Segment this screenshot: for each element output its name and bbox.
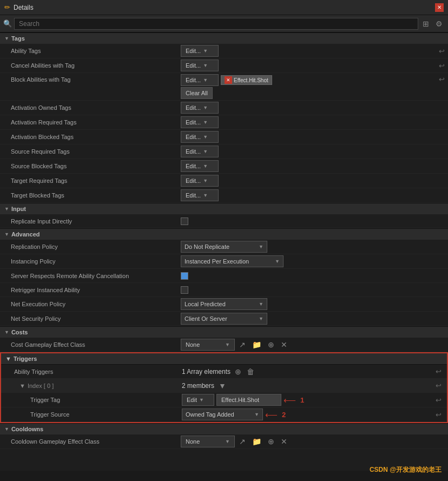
advanced-arrow-icon: ▼ [4,232,9,237]
target-blocked-tags-row: Target Blocked Tags Edit... ▼ [0,188,448,203]
panel-title: Details [14,4,435,11]
cost-clear-icon-btn[interactable]: ✕ [279,339,289,350]
cooldowns-section-header[interactable]: ▼ Cooldowns [0,423,448,434]
array-elements-text: 1 Array elements [182,368,230,375]
target-blocked-tags-label: Target Blocked Tags [0,192,179,199]
trigger-source-row: Trigger Source Owned Tag Added ▼ ⟵ 2 ↩ [1,407,447,422]
advanced-section-header[interactable]: ▼ Advanced [0,228,448,240]
activation-required-edit-btn[interactable]: Edit... ▼ [181,116,219,128]
cost-gameplay-value: None ▼ ↗ 📁 ⊕ ✕ [179,339,448,351]
block-abilities-undo-icon[interactable]: ↩ [438,74,446,84]
trigger-source-undo-icon[interactable]: ↩ [434,410,443,420]
index-expand-btn[interactable]: ▼ [218,380,227,391]
index-label: ▼ Index [ 0 ] [3,383,182,389]
block-abilities-edit-btn[interactable]: Edit... ▼ [181,74,219,86]
cost-gameplay-label: Cost Gameplay Effect Class [0,341,179,348]
cooldowns-section-label: Cooldowns [11,426,43,432]
ability-triggers-value: 1 Array elements ⊕ 🗑 [182,366,434,377]
chevron-down-icon: ▼ [203,134,208,140]
net-execution-dropdown[interactable]: Local Predicted ▼ [181,298,267,310]
cost-link-icon-btn[interactable]: ↗ [237,339,248,350]
index-text: Index [ 0 ] [28,383,54,389]
cooldown-clear-icon-btn[interactable]: ✕ [279,436,289,447]
annotation-1: 1 [300,396,304,404]
ability-tags-undo-icon[interactable]: ↩ [438,46,446,56]
instancing-policy-label: Instancing Policy [0,258,179,265]
ability-tags-edit-btn[interactable]: Edit... ▼ [181,45,219,57]
source-blocked-edit-btn[interactable]: Edit... ▼ [181,160,219,172]
cost-none-text: None [186,341,200,348]
cooldown-none-text: None [186,438,200,445]
cancel-abilities-value: Edit... ▼ [179,60,438,71]
source-required-edit-btn[interactable]: Edit... ▼ [181,146,219,157]
clear-all-btn[interactable]: Clear All [181,87,213,99]
input-section-label: Input [11,206,26,212]
replication-policy-value: Do Not Replicate ▼ [179,241,448,253]
chevron-down-icon: ▼ [259,244,263,249]
replicate-input-checkbox[interactable] [181,218,188,225]
triggers-section-header[interactable]: ▼ Triggers [1,353,447,365]
cooldown-browse-icon-btn[interactable]: 📁 [250,436,263,447]
input-arrow-icon: ▼ [4,206,9,212]
ability-tags-label: Ability Tags [0,48,179,54]
trigger-tag-text: Effect.Hit.Shot [216,394,281,406]
index-value: 2 members ▼ [182,380,434,391]
content-area: ▼ Tags Ability Tags Edit... ▼ ↩ Cancel A… [0,32,448,471]
chevron-down-icon: ▼ [203,149,208,154]
chevron-down-icon: ▼ [203,193,208,198]
tag-close-btn[interactable]: ✕ [225,76,232,84]
trigger-tag-edit-btn[interactable]: Edit ▼ [182,394,214,406]
retrigger-value [179,286,448,294]
activation-blocked-edit-btn[interactable]: Edit... ▼ [181,131,219,143]
close-button[interactable]: ✕ [435,3,444,12]
server-respects-checkbox[interactable] [181,272,188,280]
index-undo-icon[interactable]: ↩ [434,380,443,391]
chevron-down-icon: ▼ [203,105,208,110]
net-execution-row: Net Execution Policy Local Predicted ▼ [0,297,448,312]
cooldowns-arrow-icon: ▼ [4,426,9,432]
activation-blocked-tags-row: Activation Blocked Tags Edit... ▼ [0,130,448,144]
cost-add-icon-btn[interactable]: ⊕ [266,339,276,350]
activation-owned-tags-value: Edit... ▼ [179,102,448,114]
target-required-edit-btn[interactable]: Edit... ▼ [181,175,219,187]
chevron-down-icon: ▼ [225,342,230,347]
grid-icon[interactable]: ⊞ [420,18,431,29]
effect-hit-shot-tag: ✕ Effect.Hit.Shot [221,75,272,85]
chevron-down-icon: ▼ [199,397,204,403]
retrigger-checkbox[interactable] [181,286,188,294]
server-respects-row: Server Respects Remote Ability Cancellat… [0,269,448,283]
costs-section-header[interactable]: ▼ Costs [0,326,448,338]
target-blocked-edit-btn[interactable]: Edit... ▼ [181,189,219,201]
remove-element-btn[interactable]: 🗑 [246,366,255,377]
chevron-down-icon: ▼ [259,301,263,307]
settings-icon[interactable]: ⚙ [433,18,445,29]
costs-arrow-icon: ▼ [4,330,9,335]
trigger-source-dropdown[interactable]: Owned Tag Added ▼ [182,408,263,420]
target-required-tags-row: Target Required Tags Edit... ▼ [0,174,448,188]
replication-policy-dropdown[interactable]: Do Not Replicate ▼ [181,241,267,253]
cooldown-add-icon-btn[interactable]: ⊕ [266,436,276,447]
cost-browse-icon-btn[interactable]: 📁 [250,339,263,350]
net-security-dropdown[interactable]: Client Or Server ▼ [181,313,267,325]
cost-none-dropdown[interactable]: None ▼ [181,339,235,351]
cooldown-link-icon-btn[interactable]: ↗ [237,436,248,447]
activation-required-tags-value: Edit... ▼ [179,116,448,128]
chevron-down-icon: ▼ [254,412,259,417]
tags-section-header[interactable]: ▼ Tags [0,32,448,44]
net-execution-value: Local Predicted ▼ [179,298,448,310]
ability-tags-row: Ability Tags Edit... ▼ ↩ [0,44,448,58]
search-icon: 🔍 [3,19,12,28]
add-element-btn[interactable]: ⊕ [234,366,242,377]
input-section-header[interactable]: ▼ Input [0,203,448,214]
trigger-tag-value: Edit ▼ Effect.Hit.Shot ⟵ 1 [182,394,434,406]
instancing-policy-dropdown[interactable]: Instanced Per Execution ▼ [181,255,284,267]
cancel-abilities-edit-btn[interactable]: Edit... ▼ [181,60,219,71]
cooldown-none-dropdown[interactable]: None ▼ [181,436,235,447]
activation-owned-edit-btn[interactable]: Edit... ▼ [181,102,219,114]
trigger-tag-undo-icon[interactable]: ↩ [434,395,443,405]
search-input[interactable] [14,18,418,30]
cancel-abilities-undo-icon[interactable]: ↩ [438,61,446,71]
chevron-down-icon: ▼ [203,77,208,83]
target-required-tags-label: Target Required Tags [0,177,179,184]
ability-triggers-undo-icon[interactable]: ↩ [434,366,443,377]
